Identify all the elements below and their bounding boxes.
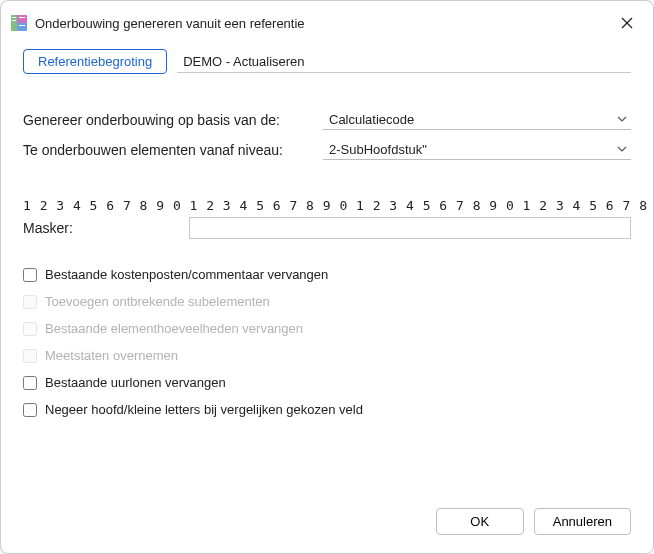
level-label: Te onderbouwen elementen vanaf niveau: (23, 142, 323, 158)
check-add-missing-label: Toevoegen ontbrekende subelementen (45, 294, 270, 309)
dialog-footer: OK Annuleren (1, 494, 653, 553)
level-select[interactable]: 2-SubHoofdstuk" (323, 140, 631, 160)
check-take-measures-label: Meetstaten overnemen (45, 348, 178, 363)
close-icon (621, 17, 633, 29)
basis-select[interactable]: Calculatiecode (323, 110, 631, 130)
basis-select-wrap: Calculatiecode (323, 110, 631, 130)
check-replace-costs[interactable]: Bestaande kostenposten/commentaar vervan… (23, 267, 631, 282)
check-replace-qty: Bestaande elementhoeveelheden vervangen (23, 321, 631, 336)
check-replace-wages[interactable]: Bestaande uurlonen vervangen (23, 375, 631, 390)
close-button[interactable] (613, 9, 641, 37)
ok-button[interactable]: OK (436, 508, 524, 535)
check-take-measures: Meetstaten overnemen (23, 348, 631, 363)
svg-rect-4 (12, 20, 16, 21)
mask-input[interactable] (189, 217, 631, 239)
check-ignore-case[interactable]: Negeer hoofd/kleine letters bij vergelij… (23, 402, 631, 417)
check-replace-costs-box[interactable] (23, 268, 37, 282)
check-replace-qty-box (23, 322, 37, 336)
mask-row: Masker: (23, 217, 631, 239)
reference-budget-button[interactable]: Referentiebegroting (23, 49, 167, 74)
check-add-missing: Toevoegen ontbrekende subelementen (23, 294, 631, 309)
checkbox-group: Bestaande kostenposten/commentaar vervan… (23, 267, 631, 417)
check-ignore-case-label: Negeer hoofd/kleine letters bij vergelij… (45, 402, 363, 417)
window-title: Onderbouwing genereren vanuit een refere… (35, 16, 613, 31)
check-take-measures-box (23, 349, 37, 363)
basis-row: Genereer onderbouwing op basis van de: C… (23, 110, 631, 130)
svg-rect-1 (17, 15, 27, 23)
reference-row: Referentiebegroting DEMO - Actualiseren (23, 49, 631, 74)
check-replace-wages-box[interactable] (23, 376, 37, 390)
svg-rect-6 (19, 25, 25, 26)
ruler-row: 1 2 3 4 5 6 7 8 9 0 1 2 3 4 5 6 7 8 9 0 … (23, 198, 631, 213)
svg-rect-3 (12, 17, 16, 18)
svg-rect-5 (19, 17, 25, 18)
level-select-wrap: 2-SubHoofdstuk" (323, 140, 631, 160)
level-row: Te onderbouwen elementen vanaf niveau: 2… (23, 140, 631, 160)
mask-ruler: 1 2 3 4 5 6 7 8 9 0 1 2 3 4 5 6 7 8 9 0 … (23, 198, 654, 213)
app-icon (11, 15, 27, 31)
check-replace-wages-label: Bestaande uurlonen vervangen (45, 375, 226, 390)
dialog-window: Onderbouwing genereren vanuit een refere… (0, 0, 654, 554)
reference-budget-value: DEMO - Actualiseren (177, 51, 631, 73)
check-replace-qty-label: Bestaande elementhoeveelheden vervangen (45, 321, 303, 336)
check-replace-costs-label: Bestaande kostenposten/commentaar vervan… (45, 267, 328, 282)
svg-rect-2 (17, 23, 27, 31)
check-ignore-case-box[interactable] (23, 403, 37, 417)
dialog-body: Referentiebegroting DEMO - Actualiseren … (1, 45, 653, 494)
check-add-missing-box (23, 295, 37, 309)
titlebar: Onderbouwing genereren vanuit een refere… (1, 1, 653, 45)
basis-label: Genereer onderbouwing op basis van de: (23, 112, 323, 128)
mask-label: Masker: (23, 220, 189, 236)
cancel-button[interactable]: Annuleren (534, 508, 631, 535)
